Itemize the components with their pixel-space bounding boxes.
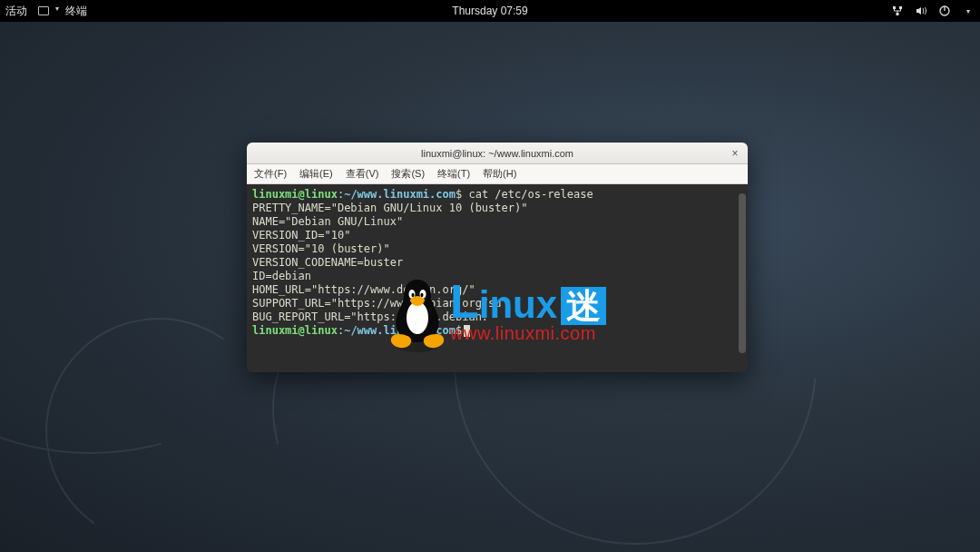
svg-rect-2 <box>897 13 899 15</box>
menu-edit[interactable]: 编辑(E) <box>299 167 333 181</box>
chevron-down-icon[interactable]: ▾ <box>962 5 975 17</box>
prompt-symbol: $ <box>456 188 462 201</box>
output-line: BUG_REPORT_URL="https://bugs.debian. <box>252 310 488 323</box>
window-title: linuxmi@linux: ~/www.linuxmi.com <box>421 148 573 159</box>
app-menu[interactable]: 终端 <box>38 4 87 19</box>
prompt-user: linuxmi@linux <box>252 324 338 337</box>
window-titlebar[interactable]: linuxmi@linux: ~/www.linuxmi.com × <box>247 143 748 164</box>
scrollbar[interactable] <box>739 193 746 353</box>
prompt-symbol: $ <box>456 324 462 337</box>
activities-button[interactable]: 活动 <box>5 4 27 19</box>
close-button[interactable]: × <box>728 146 742 161</box>
menu-file[interactable]: 文件(F) <box>254 167 287 181</box>
network-icon[interactable] <box>891 5 904 17</box>
prompt-user: linuxmi@linux <box>252 188 338 201</box>
svg-rect-1 <box>899 6 902 9</box>
output-line: VERSION="10 (buster)" <box>252 242 390 255</box>
menu-view[interactable]: 查看(V) <box>346 167 379 181</box>
menu-terminal[interactable]: 终端(T) <box>437 167 470 181</box>
output-line: SUPPORT_URL="https://www.debian.org/su <box>252 297 502 310</box>
output-line: VERSION_ID="10" <box>252 229 350 242</box>
output-line: VERSION_CODENAME=buster <box>252 256 403 269</box>
power-icon[interactable] <box>938 5 951 17</box>
clock[interactable]: Thursday 07:59 <box>452 5 527 17</box>
output-line: NAME="Debian GNU/Linux" <box>252 215 403 228</box>
menu-help[interactable]: 帮助(H) <box>483 167 516 181</box>
menubar: 文件(F) 编辑(E) 查看(V) 搜索(S) 终端(T) 帮助(H) <box>247 164 748 184</box>
prompt-path: ~/www.linuxmi.com <box>344 188 456 201</box>
menu-search[interactable]: 搜索(S) <box>391 167 425 181</box>
top-bar: 活动 终端 Thursday 07:59 ▾ <box>0 0 980 22</box>
svg-rect-0 <box>893 6 896 9</box>
terminal-window: linuxmi@linux: ~/www.linuxmi.com × 文件(F)… <box>247 143 748 372</box>
terminal-icon <box>38 6 49 15</box>
volume-icon[interactable] <box>915 5 927 17</box>
app-menu-label: 终端 <box>65 4 87 19</box>
output-line: ID=debian <box>252 270 311 282</box>
command-text: cat /etc/os-release <box>468 188 593 201</box>
cursor <box>464 325 470 337</box>
output-line: HOME_URL="https://www.debian.org/" <box>252 283 475 296</box>
output-line: PRETTY_NAME="Debian GNU/Linux 10 (buster… <box>252 202 527 214</box>
terminal-body[interactable]: linuxmi@linux:~/www.linuxmi.com$ cat /et… <box>247 184 748 372</box>
prompt-path: ~/www.linuxmi.com <box>344 324 456 337</box>
